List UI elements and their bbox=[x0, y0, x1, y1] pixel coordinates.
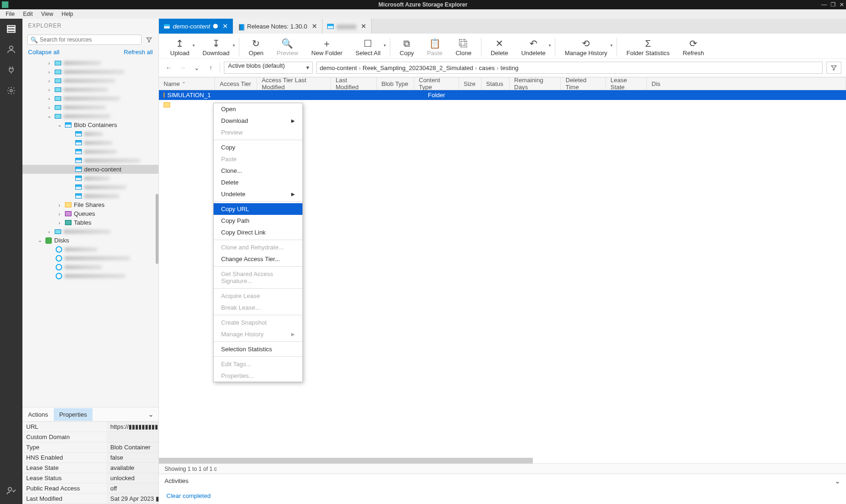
search-input[interactable] bbox=[40, 36, 138, 43]
context-menu-item[interactable]: Copy bbox=[214, 142, 302, 153]
grid-row-selected[interactable]: SIMULATION_1 Folder bbox=[159, 90, 846, 100]
new-folder-button[interactable]: ＋New Folder bbox=[305, 37, 349, 57]
col-size[interactable]: Size bbox=[459, 78, 481, 90]
col-dis[interactable]: Dis bbox=[647, 78, 846, 90]
col-lease-state[interactable]: Lease State bbox=[606, 78, 647, 90]
refresh-all-link[interactable]: Refresh all bbox=[124, 49, 153, 56]
close-tab-icon[interactable]: ✕ bbox=[312, 22, 317, 30]
maximize-icon[interactable]: ❐ bbox=[831, 1, 836, 8]
paste-button[interactable]: 📋Paste bbox=[420, 37, 449, 57]
activity-bar bbox=[0, 19, 22, 504]
tree-queues[interactable]: Queues bbox=[74, 210, 95, 217]
col-status[interactable]: Status bbox=[481, 78, 509, 90]
close-tab-icon[interactable]: ✕ bbox=[222, 22, 228, 30]
minimize-icon[interactable]: — bbox=[821, 1, 827, 8]
toolbar: ↥▾Upload ↧▾Download ↻Open 🔍Preview ＋New … bbox=[159, 34, 846, 59]
tab-blurred[interactable]: ▮▮▮▮▮▮ ✕ bbox=[323, 19, 372, 34]
col-deleted-time[interactable]: Deleted Time bbox=[561, 78, 606, 90]
prop-val: available bbox=[107, 463, 158, 473]
resource-tree[interactable]: › › › › › › ⌄ ⌄Blob Containers demo-cont… bbox=[22, 58, 158, 407]
menubar: File Edit View Help bbox=[0, 9, 846, 19]
refresh-button[interactable]: ⟳Refresh bbox=[676, 37, 711, 57]
menu-help[interactable]: Help bbox=[58, 10, 77, 18]
col-access-tier[interactable]: Access Tier bbox=[215, 78, 257, 90]
gear-icon[interactable] bbox=[6, 85, 17, 96]
activities-header[interactable]: Activities ⌄ bbox=[159, 474, 846, 488]
tree-blob-containers[interactable]: Blob Containers bbox=[74, 121, 117, 128]
dirty-indicator-icon bbox=[213, 24, 218, 28]
copy-button[interactable]: ⧉Copy bbox=[393, 37, 420, 57]
search-icon: 🔍 bbox=[30, 36, 37, 43]
filter-icon[interactable] bbox=[826, 62, 841, 74]
context-menu-item[interactable]: Copy Path bbox=[214, 215, 302, 227]
context-menu-item[interactable]: Copy URL bbox=[214, 203, 302, 215]
search-input-wrapper[interactable]: 🔍 bbox=[27, 35, 142, 45]
explorer-activity-icon[interactable] bbox=[6, 23, 17, 35]
prop-key: Lease State bbox=[22, 463, 107, 473]
breadcrumb[interactable]: demo-content› Reek_Sampling_20230428_2_S… bbox=[316, 62, 823, 74]
undelete-button[interactable]: ↶▾Undelete bbox=[515, 37, 552, 57]
preview-button[interactable]: 🔍Preview bbox=[270, 37, 305, 57]
folder-stats-button[interactable]: ΣFolder Statistics bbox=[620, 37, 676, 57]
tab-release-notes[interactable]: 📘 Release Notes: 1.30.0 ✕ bbox=[233, 19, 323, 34]
tree-file-shares[interactable]: File Shares bbox=[74, 201, 105, 208]
feedback-icon[interactable] bbox=[6, 485, 17, 497]
properties-tabs: Actions Properties ⌄ bbox=[22, 407, 158, 422]
col-remaining-days[interactable]: Remaining Days bbox=[509, 78, 561, 90]
nav-down-icon[interactable]: ⌄ bbox=[192, 63, 202, 73]
svg-rect-1 bbox=[7, 28, 15, 30]
menu-view[interactable]: View bbox=[37, 10, 57, 18]
context-menu-item[interactable]: Download▶ bbox=[214, 115, 302, 127]
prop-key: HNS Enabled bbox=[22, 453, 107, 462]
col-blob-type[interactable]: Blob Type bbox=[377, 78, 414, 90]
tab-demo-content[interactable]: demo-content ✕ bbox=[159, 19, 233, 34]
prop-val: https://▮▮▮▮▮▮▮▮▮ bbox=[107, 422, 158, 432]
plug-icon[interactable] bbox=[6, 64, 17, 76]
svg-point-3 bbox=[9, 46, 13, 50]
context-menu-item: Get Shared Access Signature... bbox=[214, 268, 302, 287]
clone-button[interactable]: ⿻Clone bbox=[449, 37, 478, 57]
nav-up-icon[interactable]: ↑ bbox=[206, 63, 216, 73]
context-menu-item[interactable]: Open bbox=[214, 103, 302, 115]
filter-icon[interactable] bbox=[144, 35, 154, 44]
clear-completed-link[interactable]: Clear completed bbox=[166, 492, 211, 499]
context-menu-item[interactable]: Delete bbox=[214, 177, 302, 188]
tree-tables[interactable]: Tables bbox=[74, 219, 92, 226]
close-tab-icon[interactable]: ✕ bbox=[361, 22, 366, 30]
context-menu-item[interactable]: Change Access Tier... bbox=[214, 253, 302, 265]
tree-item-demo-content[interactable]: demo-content bbox=[22, 165, 158, 174]
open-button[interactable]: ↻Open bbox=[242, 37, 270, 57]
horizontal-scrollbar[interactable] bbox=[159, 458, 533, 463]
menu-edit[interactable]: Edit bbox=[19, 10, 36, 18]
select-all-button[interactable]: ☐▾Select All bbox=[349, 37, 387, 57]
col-name[interactable]: Name⌃ bbox=[159, 78, 215, 90]
collapse-all-link[interactable]: Collapse all bbox=[28, 49, 59, 56]
close-icon[interactable]: ✕ bbox=[839, 1, 844, 8]
context-menu-item[interactable]: Clone... bbox=[214, 165, 302, 177]
blob-filter-dropdown[interactable]: Active blobs (default) bbox=[224, 62, 313, 74]
context-menu-item[interactable]: Undelete▶ bbox=[214, 188, 302, 200]
nav-back-icon[interactable]: ← bbox=[164, 63, 174, 73]
tab-actions[interactable]: Actions bbox=[22, 408, 54, 421]
account-icon[interactable] bbox=[6, 44, 17, 55]
tree-disks[interactable]: Disks bbox=[54, 237, 69, 244]
manage-history-button[interactable]: ⟲▾Manage History bbox=[558, 37, 614, 57]
col-last-modified[interactable]: Last Modified bbox=[331, 78, 377, 90]
col-access-tier-modified[interactable]: Access Tier Last Modified bbox=[257, 78, 331, 90]
window-title: Microsoft Azure Storage Explorer bbox=[379, 1, 467, 8]
chevron-down-icon[interactable]: ⌄ bbox=[148, 411, 154, 418]
upload-button[interactable]: ↥▾Upload bbox=[164, 37, 196, 57]
download-button[interactable]: ↧▾Download bbox=[196, 37, 236, 57]
chevron-down-icon[interactable]: ⌄ bbox=[835, 477, 840, 485]
context-menu-item[interactable]: Selection Statistics bbox=[214, 343, 302, 355]
context-menu-item[interactable]: Copy Direct Link bbox=[214, 227, 302, 238]
container-icon bbox=[327, 24, 334, 29]
container-icon bbox=[164, 24, 170, 29]
tab-properties[interactable]: Properties bbox=[54, 408, 93, 421]
nav-forward-icon[interactable]: → bbox=[178, 63, 188, 73]
delete-button[interactable]: ✕Delete bbox=[484, 37, 515, 57]
tree-scrollbar[interactable] bbox=[156, 194, 158, 264]
col-content-type[interactable]: Content Type bbox=[414, 78, 459, 90]
menu-file[interactable]: File bbox=[2, 10, 18, 18]
grid-header: Name⌃ Access Tier Access Tier Last Modif… bbox=[159, 77, 846, 90]
